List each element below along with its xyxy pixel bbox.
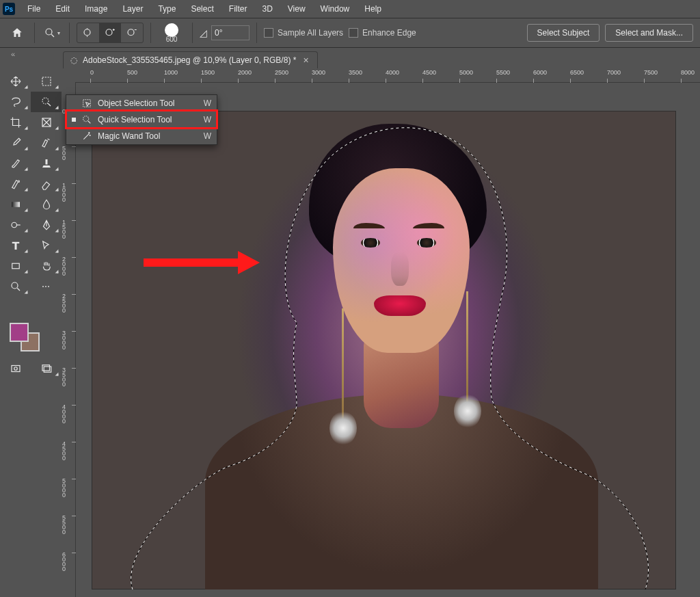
ruler-tick: 1000: [62, 183, 72, 202]
sample-all-layers-label: Sample All Layers: [278, 28, 343, 38]
ruler-tick: 5500: [496, 69, 510, 76]
menu-window[interactable]: Window: [314, 1, 357, 16]
rectangle-tool[interactable]: [0, 256, 31, 276]
sample-all-layers-checkbox[interactable]: Sample All Layers: [264, 28, 343, 38]
flyout-quick-selection[interactable]: Quick Selection Tool W: [66, 111, 217, 128]
quick-mask-toggle[interactable]: [0, 358, 31, 379]
select-and-mask-button[interactable]: Select and Mask...: [605, 24, 693, 42]
flyout-shortcut: W: [204, 131, 211, 141]
enhance-edge-label: Enhance Edge: [362, 28, 416, 38]
panel-collapse-icon[interactable]: «: [0, 48, 26, 60]
annotation-arrow: [144, 253, 267, 272]
crop-tool[interactable]: [0, 112, 31, 133]
ruler-tick: 6500: [570, 69, 584, 76]
zoom-tool[interactable]: [0, 276, 31, 297]
canvas[interactable]: [92, 111, 676, 589]
menu-filter[interactable]: Filter: [222, 1, 254, 16]
flyout-shortcut: W: [204, 115, 211, 124]
flyout-label: Object Selection Tool: [98, 98, 198, 108]
lasso-tool[interactable]: [0, 92, 31, 112]
menu-help[interactable]: Help: [358, 1, 388, 16]
marquee-tool[interactable]: [31, 71, 62, 92]
magic-wand-icon: [81, 131, 92, 142]
divider: [69, 23, 70, 43]
tool-preset-picker[interactable]: ▾: [42, 23, 62, 43]
blur-tool[interactable]: [31, 194, 62, 215]
ruler-tick: 4000: [386, 69, 399, 76]
options-bar: ▾ 600 ◿ Sample All Layers Enhance Edge S…: [0, 18, 700, 48]
flyout-object-selection[interactable]: Object Selection Tool W: [66, 95, 217, 111]
vertical-ruler[interactable]: 0500100015002000250030003500400045005000…: [62, 82, 76, 597]
eyedropper-tool[interactable]: [0, 133, 31, 153]
eraser-tool[interactable]: [31, 174, 62, 194]
frame-tool[interactable]: [31, 112, 62, 133]
ruler-tick: 7000: [607, 69, 621, 76]
dodge-tool[interactable]: [0, 215, 31, 235]
brush-tool[interactable]: [0, 153, 31, 174]
quick-selection-tool[interactable]: [31, 92, 62, 112]
subtract-from-selection-toggle[interactable]: [121, 23, 143, 42]
history-brush-tool[interactable]: [0, 174, 31, 194]
divider: [34, 23, 35, 43]
svg-point-12: [14, 367, 17, 371]
horizontal-ruler[interactable]: 0500100015002000250030003500400045005000…: [75, 68, 700, 83]
brush-preset-picker[interactable]: 600: [158, 21, 185, 45]
flyout-magic-wand[interactable]: Magic Wand Tool W: [66, 128, 217, 144]
brush-size-label: 600: [166, 36, 178, 43]
menu-3d[interactable]: 3D: [255, 1, 279, 16]
ruler-tick: 3000: [62, 331, 72, 350]
document-close-button[interactable]: ×: [301, 55, 310, 66]
menu-view[interactable]: View: [281, 1, 312, 16]
ruler-origin[interactable]: [62, 68, 76, 83]
svg-point-0: [46, 29, 52, 35]
svg-point-1: [84, 29, 90, 36]
select-subject-button[interactable]: Select Subject: [527, 24, 600, 42]
add-to-selection-toggle[interactable]: [99, 23, 121, 42]
menu-layer[interactable]: Layer: [116, 1, 150, 16]
object-selection-icon: [81, 98, 92, 109]
move-tool[interactable]: [0, 71, 31, 92]
type-tool[interactable]: [0, 235, 31, 256]
menu-bar: Ps File Edit Image Layer Type Select Fil…: [0, 0, 700, 18]
ruler-tick: 5000: [459, 69, 473, 76]
path-selection-tool[interactable]: [31, 235, 62, 256]
new-selection-toggle[interactable]: [77, 23, 99, 42]
brush-angle-input[interactable]: [211, 25, 250, 40]
angle-icon: ◿: [200, 27, 207, 38]
foreground-color-swatch[interactable]: [10, 323, 29, 342]
ruler-tick: 4000: [62, 405, 72, 424]
svg-rect-4: [42, 77, 51, 85]
gradient-tool[interactable]: [0, 194, 31, 215]
ruler-tick: 6000: [533, 69, 547, 76]
document-workspace: 0500100015002000250030003500400045005000…: [62, 68, 700, 597]
document-tab[interactable]: ◌ AdobeStock_335535465.jpeg @ 10,9% (Lay…: [63, 51, 318, 68]
ruler-tick: 7500: [644, 69, 658, 76]
svg-rect-11: [12, 366, 20, 372]
hand-tool[interactable]: [31, 256, 62, 276]
selection-mode-group: [77, 23, 144, 43]
pen-tool[interactable]: [31, 215, 62, 235]
svg-point-16: [83, 116, 89, 122]
menu-edit[interactable]: Edit: [49, 1, 77, 16]
ruler-tick: 2000: [62, 257, 72, 276]
enhance-edge-checkbox[interactable]: Enhance Edge: [349, 28, 416, 38]
home-button[interactable]: [7, 23, 27, 43]
screen-mode-button[interactable]: [31, 358, 62, 379]
svg-rect-7: [12, 202, 20, 207]
ruler-tick: 500: [127, 69, 137, 76]
tools-panel: ⋯: [0, 68, 62, 597]
checkbox-box: [349, 28, 358, 38]
healing-brush-tool[interactable]: [31, 133, 62, 153]
svg-rect-14: [44, 367, 51, 372]
divider: [150, 23, 151, 43]
clone-stamp-tool[interactable]: [31, 153, 62, 174]
menu-type[interactable]: Type: [151, 1, 183, 16]
menu-select[interactable]: Select: [184, 1, 220, 16]
edit-toolbar[interactable]: ⋯: [31, 276, 62, 297]
divider: [192, 23, 193, 43]
menu-file[interactable]: File: [21, 1, 47, 16]
menu-image[interactable]: Image: [78, 1, 114, 16]
flyout-shortcut: W: [204, 98, 211, 108]
ruler-tick: 1000: [164, 69, 178, 76]
brush-angle-group: ◿: [200, 25, 250, 40]
